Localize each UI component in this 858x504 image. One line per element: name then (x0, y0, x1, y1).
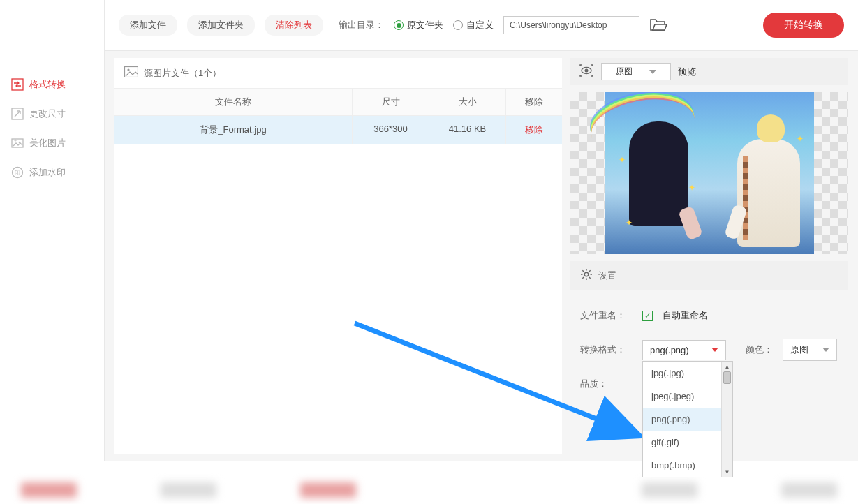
toolbar: 添加文件 添加文件夹 清除列表 输出目录： 原文件夹 自定义 开始转换 (105, 0, 858, 51)
th-filesize: 大小 (429, 89, 506, 115)
format-select[interactable]: png(.png) (642, 340, 726, 360)
scrollbar-thumb[interactable] (723, 371, 731, 384)
chevron-down-icon (822, 348, 829, 352)
th-filename: 文件名称 (114, 89, 353, 115)
taskbar (0, 476, 858, 504)
preview-eye-icon (579, 64, 594, 79)
watermark-icon: 印 (11, 166, 24, 179)
auto-rename-text: 自动重命名 (663, 309, 708, 322)
sidebar-item-beautify[interactable]: + 美化图片 (0, 128, 104, 158)
format-option-jpg[interactable]: jpg(.jpg) (643, 362, 732, 385)
preview-bar: 原图 预览 (570, 58, 848, 85)
td-filename: 背景_Format.jpg (114, 116, 353, 144)
format-label: 转换格式： (580, 343, 633, 356)
format-option-jpeg[interactable]: jpeg(.jpeg) (643, 385, 732, 408)
quality-label: 品质： (580, 378, 633, 390)
auto-rename-checkbox[interactable]: ✓ (642, 311, 653, 321)
radio-checked-icon (394, 20, 404, 30)
add-file-button[interactable]: 添加文件 (119, 15, 177, 36)
output-dir-label: 输出目录： (339, 19, 384, 31)
preview-zoom-select[interactable]: 原图 (601, 63, 671, 80)
sidebar-item-label: 更改尺寸 (29, 108, 66, 120)
svg-text:印: 印 (15, 170, 20, 176)
add-folder-button[interactable]: 添加文件夹 (187, 15, 255, 36)
resize-icon (11, 108, 24, 120)
table-row[interactable]: 背景_Format.jpg 366*300 41.16 KB 移除 (114, 116, 562, 144)
svg-point-10 (585, 69, 589, 73)
image-icon (124, 66, 138, 80)
format-option-png[interactable]: png(.png) (643, 408, 732, 431)
format-option-gif[interactable]: gif(.gif) (643, 431, 732, 454)
chevron-down-icon (711, 348, 718, 352)
radio-original-folder[interactable]: 原文件夹 (394, 19, 443, 31)
th-dimension: 尺寸 (353, 89, 429, 115)
radio-unchecked-icon (453, 20, 463, 30)
sidebar-item-format-convert[interactable]: 格式转换 (0, 70, 104, 99)
color-select[interactable]: 原图 (783, 339, 837, 361)
settings-header: 设置 (570, 261, 848, 290)
color-label: 颜色： (746, 343, 773, 356)
clear-list-button[interactable]: 清除列表 (265, 15, 323, 36)
chevron-down-icon (649, 70, 656, 74)
output-path-input[interactable] (503, 16, 639, 34)
scroll-up-icon[interactable]: ▲ (722, 362, 732, 371)
beautify-icon: + (11, 137, 24, 149)
sidebar-item-label: 格式转换 (29, 78, 66, 91)
sidebar: 格式转换 更改尺寸 + 美化图片 印 添加水印 (0, 0, 105, 461)
td-dimension: 366*300 (353, 116, 429, 144)
remove-row-button[interactable]: 移除 (506, 116, 562, 144)
folder-open-icon[interactable] (649, 17, 667, 34)
svg-point-8 (127, 68, 129, 71)
panel-title: 源图片文件（1个） (144, 67, 221, 80)
start-convert-button[interactable]: 开始转换 (763, 13, 844, 38)
th-remove: 移除 (506, 89, 562, 115)
scroll-down-icon[interactable]: ▼ (722, 467, 732, 477)
dropdown-scrollbar[interactable]: ▲ ▼ (721, 362, 732, 477)
td-filesize: 41.16 KB (429, 116, 506, 144)
svg-point-11 (584, 272, 589, 276)
sidebar-item-resize[interactable]: 更改尺寸 (0, 99, 104, 128)
preview-image: ✦ ✦ ✦ ✦ (570, 92, 848, 254)
convert-icon (11, 78, 24, 91)
format-dropdown: jpg(.jpg) jpeg(.jpeg) png(.png) gif(.gif… (642, 361, 733, 477)
preview-label: 预览 (678, 66, 696, 78)
sidebar-item-label: 添加水印 (29, 166, 66, 179)
radio-custom[interactable]: 自定义 (453, 19, 494, 31)
gear-icon (580, 268, 593, 283)
rename-label: 文件重名： (580, 309, 633, 322)
file-list-panel: 源图片文件（1个） 文件名称 尺寸 大小 移除 背景_Format.jpg 36… (114, 58, 562, 454)
table-header: 文件名称 尺寸 大小 移除 (114, 89, 562, 116)
svg-text:+: + (14, 138, 17, 143)
format-option-bmp[interactable]: bmp(.bmp) (643, 454, 732, 477)
sidebar-item-watermark[interactable]: 印 添加水印 (0, 158, 104, 187)
sidebar-item-label: 美化图片 (29, 137, 66, 149)
